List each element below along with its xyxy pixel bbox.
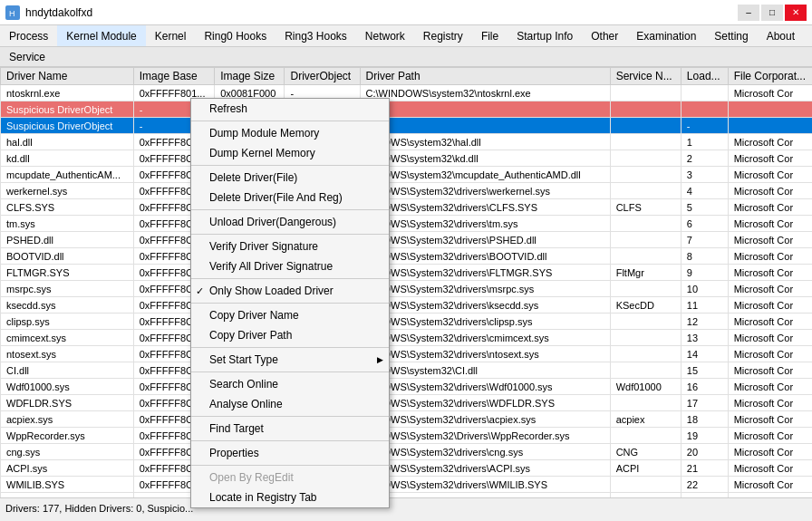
table-row[interactable]: kd.dll0xFFFFF8C...\NDOWS\system32\kd.dll… [1, 150, 813, 167]
col-header-service-n[interactable]: Service N... [610, 68, 681, 85]
cell-driver-name: Suspicious DriverObject [1, 118, 134, 134]
cell-load [681, 85, 728, 101]
table-row[interactable]: CI.dll0xFFFFF8C...\NDOWS\system32\CI.dll… [1, 362, 813, 379]
col-header-load[interactable]: Load... [681, 68, 728, 85]
cell-image-base: 0xFFFFF8C... [133, 265, 214, 281]
table-row[interactable]: WppRecorder.sys0xFFFFF8C...\NDOWS\System… [1, 428, 813, 444]
cell-service-n [610, 477, 681, 493]
table-row[interactable]: ksecdd.sys0xFFFFF8C...\NDOWS\System32\dr… [1, 297, 813, 314]
table-row[interactable]: intelpep.sys0xFFFFF8C...\NDOWS\System32\… [1, 493, 813, 498]
cell-image-size [215, 134, 285, 150]
cell-service-n: ACPI [610, 460, 681, 477]
table-row[interactable]: CLFS.SYS0xFFFFF8C...\NDOWS\System32\driv… [1, 199, 813, 216]
cell-file-corporate: Microsoft Cor [728, 216, 812, 232]
col-header-driver-name[interactable]: Driver Name [1, 68, 134, 85]
cell-image-size [215, 493, 285, 498]
table-row[interactable]: BOOTVID.dll0xFFFFF8C...\NDOWS\System32\d… [1, 248, 813, 265]
cell-service-n [610, 362, 681, 379]
menu-item-other[interactable]: Other [582, 25, 627, 46]
col-header-image-size[interactable]: Image Size [215, 68, 285, 85]
cell-driver-path: \NDOWS\system32\mcupdate_AuthenticAMD.dl… [360, 167, 610, 183]
menu-item-ring3-hooks[interactable]: Ring3 Hooks [276, 25, 356, 46]
maximize-button[interactable]: □ [761, 5, 783, 21]
menu-item-about[interactable]: About [758, 25, 804, 46]
menu-item-registry[interactable]: Registry [414, 25, 472, 46]
cell-driver-name: werkernel.sys [1, 183, 134, 199]
table-row[interactable]: mcupdate_AuthenticAM...0xFFFFF8C...\NDOW… [1, 167, 813, 183]
table-row[interactable]: Wdf01000.sys0xFFFFF8C...\NDOWS\System32\… [1, 379, 813, 395]
table-row[interactable]: Suspicious DriverObject-0xFFFBD8... [1, 101, 813, 118]
cell-driver-name: PSHED.dll [1, 232, 134, 248]
cell-driver-name: CLFS.SYS [1, 199, 134, 216]
submenu-item-service[interactable]: Service [0, 47, 54, 66]
cell-image-base: - [133, 118, 214, 134]
table-row[interactable]: ntoskrnl.exe0xFFFFF801...0x0081F000-C:\W… [1, 85, 813, 101]
menu-item-process[interactable]: Process [0, 25, 57, 46]
cell-load: 1 [681, 134, 728, 150]
close-button[interactable]: ✕ [785, 5, 807, 21]
table-row[interactable]: cng.sys0xFFFFF8C...\NDOWS\System32\drive… [1, 444, 813, 460]
table-row[interactable]: Suspicious DriverObject-- [1, 118, 813, 134]
cell-image-size [215, 265, 285, 281]
menu-item-ring0-hooks[interactable]: Ring0 Hooks [195, 25, 276, 46]
menu-bar: ProcessKernel ModuleKernelRing0 HooksRin… [0, 25, 812, 47]
cell-image-base: 0xFFFFF8C... [133, 183, 214, 199]
table-row[interactable]: ACPI.sys0xFFFFF8C...\NDOWS\System32\driv… [1, 460, 813, 477]
cell-file-corporate: Microsoft Cor [728, 281, 812, 297]
cell-driver-object [285, 395, 360, 411]
menu-item-network[interactable]: Network [356, 25, 414, 46]
cell-file-corporate: Microsoft Cor [728, 379, 812, 395]
table-row[interactable]: tm.sys0xFFFFF8C...\NDOWS\System32\driver… [1, 216, 813, 232]
menu-item-kernel[interactable]: Kernel [146, 25, 196, 46]
menu-item-examination[interactable]: Examination [627, 25, 705, 46]
menu-item-startup-info[interactable]: Startup Info [508, 25, 582, 46]
cell-driver-path: \NDOWS\System32\Drivers\WppRecorder.sys [360, 428, 610, 444]
table-row[interactable]: msrpc.sys0xFFFFF8C...\NDOWS\System32\dri… [1, 281, 813, 297]
col-header-driver-path[interactable]: Driver Path [360, 68, 610, 85]
cell-load: 5 [681, 199, 728, 216]
col-header-file-corporate[interactable]: File Corporat... [728, 68, 812, 85]
cell-service-n [610, 281, 681, 297]
col-header-driver-object[interactable]: DriverObject [285, 68, 360, 85]
cell-load: 10 [681, 281, 728, 297]
col-header-image-base[interactable]: Image Base [133, 68, 214, 85]
cell-file-corporate: Microsoft Cor [728, 362, 812, 379]
table-row[interactable]: FLTMGR.SYS0xFFFFF8C...\NDOWS\System32\dr… [1, 265, 813, 281]
driver-table-container[interactable]: Driver NameImage BaseImage SizeDriverObj… [0, 67, 812, 497]
cell-image-base: 0xFFFFF8C... [133, 477, 214, 493]
menu-item-file[interactable]: File [472, 25, 508, 46]
cell-image-base: 0xFFFFF8C... [133, 167, 214, 183]
cell-image-base: 0xFFFFF801... [133, 85, 214, 101]
menu-item-setting[interactable]: Setting [705, 25, 757, 46]
cell-service-n [610, 183, 681, 199]
table-row[interactable]: werkernel.sys0xFFFFF8C...\NDOWS\System32… [1, 183, 813, 199]
cell-driver-name: FLTMGR.SYS [1, 265, 134, 281]
table-row[interactable]: cmimcext.sys0xFFFFF8C...\NDOWS\System32\… [1, 330, 813, 346]
table-row[interactable]: PSHED.dll0xFFFFF8C...\NDOWS\System32\dri… [1, 232, 813, 248]
table-row[interactable]: WMILIB.SYS0xFFFFF8C...\NDOWS\System32\dr… [1, 477, 813, 493]
table-row[interactable]: clipsp.sys0xFFFFF8C...\NDOWS\System32\dr… [1, 314, 813, 330]
cell-file-corporate: Microsoft Cor [728, 444, 812, 460]
cell-driver-object [285, 428, 360, 444]
table-row[interactable]: hal.dll0xFFFFF8C...\NDOWS\system32\hal.d… [1, 134, 813, 150]
cell-load: 17 [681, 395, 728, 411]
cell-driver-object [285, 346, 360, 362]
cell-image-size [215, 118, 285, 134]
cell-service-n: KSecDD [610, 297, 681, 314]
menu-item-kernel-module[interactable]: Kernel Module [57, 25, 145, 46]
table-row[interactable]: WDFLDR.SYS0xFFFFF8C...\NDOWS\System32\dr… [1, 395, 813, 411]
cell-file-corporate: Microsoft Cor [728, 183, 812, 199]
cell-service-n: Wdf01000 [610, 379, 681, 395]
cell-driver-name: mcupdate_AuthenticAM... [1, 167, 134, 183]
table-row[interactable]: ntosext.sys0xFFFFF8C...\NDOWS\System32\d… [1, 346, 813, 362]
cell-driver-object [285, 134, 360, 150]
cell-driver-name: Wdf01000.sys [1, 379, 134, 395]
cell-image-size [215, 395, 285, 411]
cell-service-n [610, 167, 681, 183]
cell-driver-path: \NDOWS\System32\drivers\CLFS.SYS [360, 199, 610, 216]
minimize-button[interactable]: – [738, 5, 759, 21]
cell-image-base: 0xFFFFF8C... [133, 134, 214, 150]
table-row[interactable]: acpiex.sys0xFFFFF8C...\NDOWS\System32\dr… [1, 411, 813, 428]
cell-file-corporate: Microsoft Cor [728, 493, 812, 498]
cell-image-size [215, 428, 285, 444]
